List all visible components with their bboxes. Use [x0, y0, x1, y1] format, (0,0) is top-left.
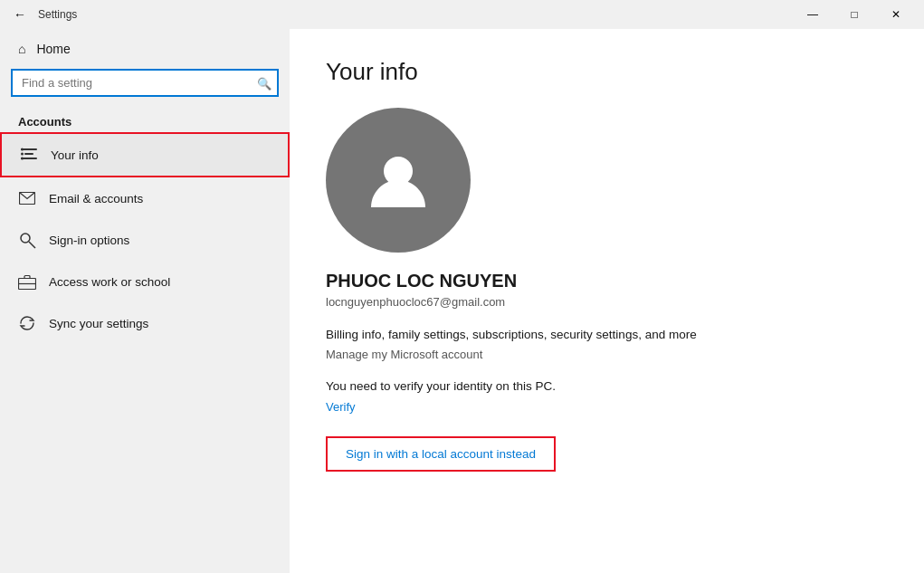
sign-in-label: Sign-in options: [49, 234, 129, 247]
sidebar-item-access-work[interactable]: Access work or school: [0, 261, 290, 302]
billing-text: Billing info, family settings, subscript…: [326, 327, 742, 344]
briefcase-icon: [18, 272, 36, 291]
email-icon: [18, 189, 36, 207]
app-body: ⌂ Home 🔍 Accounts Your info: [0, 29, 924, 573]
svg-point-5: [21, 158, 24, 160]
your-info-label: Your info: [51, 148, 99, 162]
svg-point-3: [21, 153, 24, 156]
verify-text: You need to verify your identity on this…: [326, 379, 888, 393]
minimize-button[interactable]: —: [792, 0, 834, 29]
svg-point-2: [21, 148, 24, 151]
sidebar-item-email-accounts[interactable]: Email & accounts: [0, 177, 290, 219]
home-icon: ⌂: [18, 42, 25, 56]
sign-in-local-button[interactable]: Sign in with a local account instead: [326, 436, 556, 472]
sidebar: ⌂ Home 🔍 Accounts Your info: [0, 29, 290, 573]
window-controls: — □ ✕: [792, 0, 917, 29]
sidebar-item-sync[interactable]: Sync your settings: [0, 302, 290, 344]
user-name: PHUOC LOC NGUYEN: [326, 271, 888, 291]
search-wrap: 🔍: [0, 69, 290, 108]
minimize-icon: —: [807, 8, 818, 21]
avatar: [326, 108, 471, 253]
title-bar: ← Settings — □ ✕: [0, 0, 924, 29]
back-icon: ←: [14, 7, 26, 22]
svg-rect-1: [24, 153, 33, 155]
sidebar-item-your-info[interactable]: Your info: [0, 132, 290, 177]
svg-point-7: [21, 234, 30, 243]
manage-account-link[interactable]: Manage my Microsoft account: [326, 348, 888, 361]
sidebar-item-home[interactable]: ⌂ Home: [0, 29, 290, 69]
maximize-icon: □: [851, 8, 857, 21]
close-icon: ✕: [891, 8, 900, 21]
sidebar-section-title: Accounts: [0, 108, 290, 132]
verify-link[interactable]: Verify: [326, 400, 356, 414]
svg-line-8: [29, 242, 35, 248]
email-accounts-label: Email & accounts: [49, 192, 143, 205]
user-email: locnguyenphuocloc67@gmail.com: [326, 295, 888, 309]
verify-section: You need to verify your identity on this…: [326, 379, 888, 415]
sidebar-item-sign-in[interactable]: Sign-in options: [0, 219, 290, 261]
search-input[interactable]: [11, 69, 279, 97]
your-info-icon: [20, 146, 38, 164]
close-button[interactable]: ✕: [875, 0, 917, 29]
avatar-icon: [362, 144, 434, 216]
sync-icon: [18, 314, 36, 332]
title-bar-title: Settings: [38, 8, 77, 21]
home-label: Home: [36, 42, 70, 56]
sync-label: Sync your settings: [49, 317, 148, 330]
back-button[interactable]: ←: [7, 2, 33, 27]
access-work-label: Access work or school: [49, 275, 170, 289]
page-title: Your info: [326, 58, 888, 86]
maximize-button[interactable]: □: [834, 0, 875, 29]
main-content: Your info PHUOC LOC NGUYEN locnguyenphuo…: [290, 29, 924, 573]
key-icon: [18, 231, 36, 249]
